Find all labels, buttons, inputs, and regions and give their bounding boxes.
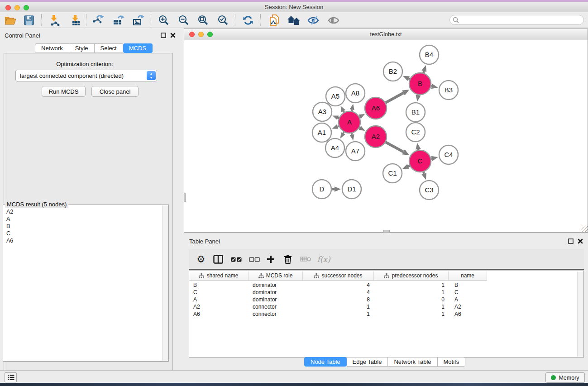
table-cell[interactable]: B — [189, 281, 249, 289]
home-icon[interactable] — [286, 13, 302, 27]
close-panel-icon[interactable] — [170, 33, 176, 38]
graph-edge-A-A3[interactable] — [332, 115, 339, 120]
graph-node-A8[interactable]: A8 — [346, 84, 365, 103]
table-scrollbar[interactable] — [577, 272, 583, 357]
tab-select[interactable]: Select — [95, 43, 123, 53]
tab-style[interactable]: Style — [69, 43, 95, 53]
split-view-icon[interactable] — [210, 253, 226, 266]
table-row[interactable]: Bdominator41B — [189, 281, 577, 289]
select-all-icon[interactable] — [229, 253, 244, 266]
task-history-button[interactable] — [5, 372, 17, 382]
table-tab-motifs[interactable]: Motifs — [438, 357, 466, 367]
graph-node-D1[interactable]: D1 — [342, 180, 361, 199]
table-cell[interactable]: 1 — [374, 289, 449, 296]
table-cell[interactable]: 4 — [303, 289, 374, 296]
graph-node-C[interactable]: C — [409, 150, 431, 172]
graph-node-A6[interactable]: A6 — [365, 97, 387, 119]
table-cell[interactable]: 0 — [374, 296, 449, 303]
column-header-shared-name[interactable]: shared name — [189, 271, 249, 281]
graph-edge-C-C4[interactable] — [431, 156, 438, 161]
table-cell[interactable]: 1 — [374, 303, 449, 310]
mcds-result-item[interactable]: A — [6, 215, 162, 223]
add-column-icon[interactable] — [263, 253, 278, 266]
table-tab-node-table[interactable]: Node Table — [304, 357, 347, 367]
graph-edge-A-A8[interactable] — [350, 104, 354, 111]
zoom-fit-icon[interactable] — [195, 13, 211, 27]
graph-edge-C-C3[interactable] — [421, 172, 426, 180]
table-cell[interactable]: 4 — [303, 281, 374, 289]
mcds-result-scrollbar[interactable] — [162, 205, 168, 361]
search-input[interactable] — [459, 16, 583, 24]
graph-node-A5[interactable]: A5 — [326, 87, 345, 106]
graph-edge-B-B2[interactable] — [403, 76, 410, 81]
graph-node-D[interactable]: D — [312, 180, 331, 199]
graph-node-A7[interactable]: A7 — [346, 142, 365, 161]
mcds-result-item[interactable]: B — [6, 223, 162, 230]
graph-node-C3[interactable]: C3 — [420, 181, 439, 200]
criterion-select[interactable]: largest connected component (directed) ▲… — [15, 70, 157, 81]
table-tab-network-table[interactable]: Network Table — [388, 357, 437, 367]
table-cell[interactable]: 1 — [303, 303, 374, 310]
table-cell[interactable]: connector — [249, 310, 303, 318]
column-header-mcds-role[interactable]: MCDS role — [249, 271, 303, 281]
float-table-panel-icon[interactable] — [568, 238, 574, 244]
export-image-icon[interactable] — [130, 13, 147, 27]
new-network-icon[interactable] — [266, 13, 282, 27]
table-cell[interactable]: A2 — [449, 303, 487, 310]
table-cell[interactable]: dominator — [249, 281, 303, 289]
export-network-icon[interactable] — [90, 13, 106, 27]
tab-network[interactable]: Network — [35, 43, 69, 53]
run-mcds-button[interactable]: Run MCDS — [42, 86, 86, 97]
graph-node-B[interactable]: B — [409, 73, 431, 95]
corner-resize-grip[interactable] — [580, 225, 588, 232]
graph-node-C2[interactable]: C2 — [406, 123, 425, 142]
graph-edge-A-A7[interactable] — [350, 133, 354, 140]
hide-panels-icon[interactable] — [305, 13, 321, 27]
import-network-icon[interactable] — [46, 13, 62, 27]
network-canvas[interactable]: B4B2BB3A8A5A6A3B1AA1C2A2A4A7C4CC1DD1C3 — [184, 40, 588, 232]
table-row[interactable]: Adominator80A — [189, 296, 577, 303]
delete-column-icon[interactable] — [280, 253, 296, 266]
mcds-result-item[interactable]: A6 — [6, 237, 162, 244]
export-table-icon[interactable] — [110, 13, 127, 27]
table-tab-edge-table[interactable]: Edge Table — [347, 357, 388, 367]
table-cell[interactable]: C — [449, 289, 487, 296]
graph-node-A2[interactable]: A2 — [365, 126, 387, 148]
table-row[interactable]: Cdominator41C — [189, 289, 577, 296]
graph-node-A[interactable]: A — [339, 111, 360, 133]
left-resize-grip[interactable] — [184, 193, 186, 202]
table-cell[interactable]: 1 — [303, 310, 374, 318]
open-file-icon[interactable] — [2, 13, 19, 27]
graph-node-C4[interactable]: C4 — [439, 145, 458, 164]
gear-icon[interactable]: ⚙ — [193, 253, 209, 266]
graph-node-B3[interactable]: B3 — [439, 81, 458, 100]
graph-edge-C-C2[interactable] — [416, 143, 421, 150]
graph-edge-A-A1[interactable] — [332, 124, 339, 129]
table-cell[interactable]: A6 — [449, 310, 487, 318]
mcds-result-item[interactable]: A2 — [6, 208, 162, 215]
import-table-icon[interactable] — [67, 13, 84, 27]
column-header-predecessor-nodes[interactable]: predecessor nodes — [374, 271, 449, 281]
table-row[interactable]: A2connector11A2 — [189, 303, 577, 310]
graph-edge-A-A5[interactable] — [340, 106, 345, 112]
table-cell[interactable]: A — [189, 296, 249, 303]
table-cell[interactable]: B — [449, 281, 487, 289]
graph-node-A4[interactable]: A4 — [325, 138, 344, 157]
graph-edge-A2-C[interactable] — [386, 142, 409, 155]
table-cell[interactable]: 1 — [374, 281, 449, 289]
tab-mcds[interactable]: MCDS — [123, 43, 153, 53]
close-panel-button[interactable]: Close panel — [91, 86, 139, 97]
graph-edge-A6-B[interactable] — [386, 90, 409, 103]
zoom-out-icon[interactable] — [176, 13, 192, 27]
column-header-successor-nodes[interactable]: successor nodes — [303, 271, 374, 281]
table-row[interactable]: A6connector11A6 — [189, 310, 577, 318]
zoom-selected-icon[interactable] — [215, 13, 231, 27]
table-cell[interactable]: A — [449, 296, 487, 303]
table-cell[interactable]: connector — [249, 303, 303, 310]
table-cell[interactable]: C — [189, 289, 249, 296]
graph-edge-B-B1[interactable] — [416, 95, 421, 102]
table-cell[interactable]: dominator — [249, 296, 303, 303]
column-header-name[interactable]: name — [449, 271, 487, 281]
table-cell[interactable]: A6 — [189, 310, 249, 318]
graph-edge-B-B3[interactable] — [431, 84, 438, 89]
